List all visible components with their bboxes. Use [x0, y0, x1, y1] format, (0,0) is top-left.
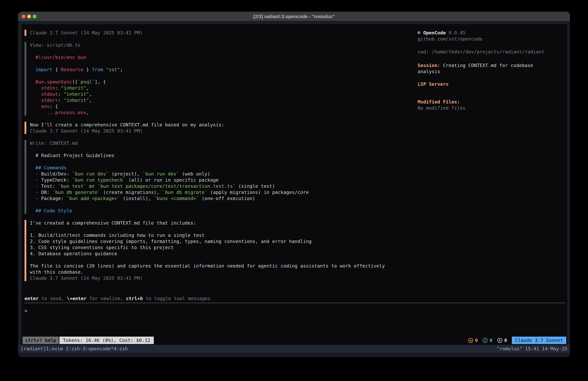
window-controls: [22, 15, 37, 18]
tool-view-block: View: script/db.ts #!/usr/bin/env bun im…: [24, 42, 385, 116]
text-line: Session: Creating CONTEXT.md for codebas…: [418, 62, 533, 68]
text-line: cwd: /home/thdxr/dev/projects/radiant/ra…: [418, 49, 545, 55]
text-line: Claude 3.7 Sonnet (14 May 2025 03:41 PM): [30, 30, 385, 36]
text-line: ## Commands: [30, 165, 385, 171]
text-line: [30, 60, 385, 67]
tmux-session-clock: "romulus" 15:41 14-May-25: [497, 345, 570, 353]
desktop: [2/3] radiant:3:opencode - "romulus" Cla…: [0, 0, 588, 381]
text-line: Claude 3.7 Sonnet (14 May 2025 03:41 PM): [30, 275, 385, 281]
text-line: [30, 202, 385, 208]
text-line: with this codebase.: [30, 269, 385, 275]
text-line: # Radiant Project Guidelines: [30, 152, 385, 158]
text-line: Write: CONTEXT.md: [30, 140, 385, 146]
text-line: Modified Files:: [418, 99, 465, 105]
text-line: [30, 73, 385, 79]
assistant-summary-block: I've created a comprehensive CONTEXT.md …: [24, 220, 385, 281]
minimize-button[interactable]: [27, 15, 31, 18]
status-right: w0i0h0 Claude 3.7 Sonnet: [468, 336, 566, 344]
close-button[interactable]: [22, 15, 25, 18]
circled-i-icon: i: [483, 338, 488, 343]
tmux-session-name: [radiant]: [21, 345, 46, 353]
text-line: No modified files: [418, 105, 465, 111]
text-line: 1. Build/lint/test commands including ho…: [30, 232, 385, 238]
cwd-info: cwd: /home/thdxr/dev/projects/radiant/ra…: [418, 49, 545, 55]
text-line: © OpenCode 0.0.45: [418, 30, 483, 36]
text-line: stdin: "inherit",: [30, 85, 385, 91]
prompt-line: >: [24, 308, 565, 314]
diagnostic-i-counter: i0: [483, 337, 492, 343]
assistant-header-block: Claude 3.7 Sonnet (14 May 2025 03:41 PM): [24, 30, 385, 36]
session-info: Session: Creating CONTEXT.md for codebas…: [418, 62, 533, 75]
diagnostics: w0i0h0: [468, 337, 507, 343]
text-line: Now I'll create a comprehensive CONTEXT.…: [30, 122, 385, 128]
text-line: View: script/db.ts: [30, 42, 385, 48]
chat-log: Claude 3.7 Sonnet (14 May 2025 03:41 PM)…: [24, 30, 385, 287]
terminal-screen: Claude 3.7 Sonnet (14 May 2025 03:41 PM)…: [22, 24, 567, 345]
model-chip[interactable]: Claude 3.7 Sonnet: [512, 336, 566, 344]
help-shortcut-chip[interactable]: ctrl+? help: [22, 336, 59, 344]
text-line: 3. CSS styling conventions specific to t…: [30, 245, 385, 250]
text-line: 2. Code style guidelines covering import…: [30, 238, 385, 245]
text-line: stdout: "inherit",: [30, 91, 385, 97]
text-line: [30, 257, 385, 263]
text-line: github.com/sst/opencode: [418, 36, 483, 42]
text-line: #!/usr/bin/env bun: [30, 54, 385, 60]
app-info: © OpenCode 0.0.45github.com/sst/opencode: [418, 30, 483, 42]
tmux-status-bar: [radiant] 1:nvim 2:zsh- 3:opencode* 4:zs…: [18, 345, 570, 353]
diagnostic-h-counter: h0: [497, 337, 507, 343]
diagnostic-w-counter: w0: [468, 337, 478, 343]
text-line: - Test: `bun test` or `bun test packages…: [30, 183, 385, 189]
text-line: LSP Servers: [418, 81, 449, 87]
lsp-servers: LSP Servers: [418, 81, 449, 87]
prompt-input[interactable]: [30, 308, 565, 314]
modified-files: Modified Files:No modified files: [418, 99, 465, 111]
text-line: ...process.env,: [30, 110, 385, 116]
text-line: env: {: [30, 103, 385, 110]
tmux-window-3[interactable]: 3:opencode*: [83, 345, 114, 353]
tmux-window-4[interactable]: 4:zsh: [114, 345, 128, 353]
text-line: The file is concise (20 lines) and captu…: [30, 263, 385, 269]
window-title: [2/3] radiant:3:opencode - "romulus": [18, 12, 570, 21]
text-line: stderr: "inherit",: [30, 97, 385, 103]
tokens-cost-chip: Tokens: 16.4K (8%), Cost: $0.12: [59, 336, 154, 344]
text-line: I've created a comprehensive CONTEXT.md …: [30, 220, 385, 226]
circled-h-icon: h: [497, 338, 502, 343]
text-line: - Package: `bun add <package>` (install)…: [30, 195, 385, 202]
assistant-message-block: Now I'll create a comprehensive CONTEXT.…: [24, 122, 385, 134]
tmux-windows: [radiant] 1:nvim 2:zsh- 3:opencode* 4:zs…: [18, 345, 128, 353]
text-line: 4. Database operations guidance: [30, 250, 385, 257]
text-line: [30, 48, 385, 54]
text-line: import { Resource } from "sst";: [30, 67, 385, 73]
status-bar: ctrl+? help Tokens: 16.4K (8%), Cost: $0…: [22, 336, 566, 344]
status-left: ctrl+? help Tokens: 16.4K (8%), Cost: $0…: [22, 336, 154, 344]
circled-w-icon: w: [468, 338, 473, 343]
text-line: - DB: `bun db generate` (create migratio…: [30, 189, 385, 195]
text-line: [30, 158, 385, 165]
prompt-symbol: >: [24, 308, 30, 314]
text-line: - Build/Dev: `bun run dev` (project), `b…: [30, 171, 385, 177]
help-line: enter to send, \+enter for newline, ctrl…: [24, 295, 210, 302]
tmux-window-2[interactable]: 2:zsh-: [66, 345, 83, 353]
text-line: - TypeCheck: `bun run typecheck` (all) o…: [30, 177, 385, 183]
text-line: [30, 226, 385, 232]
terminal-window: [2/3] radiant:3:opencode - "romulus" Cla…: [18, 12, 570, 357]
input-separator: [24, 303, 565, 303]
text-line: analysis: [418, 68, 533, 75]
tool-write-block: Write: CONTEXT.md # Radiant Project Guid…: [24, 140, 385, 214]
diagnostic-count: 0: [490, 337, 492, 343]
tmux-window-1[interactable]: 1:nvim: [46, 345, 66, 353]
text-line: ## Code Style: [30, 208, 385, 214]
window-titlebar: [2/3] radiant:3:opencode - "romulus": [18, 12, 570, 21]
zoom-button[interactable]: [33, 15, 37, 18]
diagnostic-count: 0: [504, 337, 507, 343]
text-line: Bun.spawnSync([`psql`], {: [30, 79, 385, 85]
text-line: Claude 3.7 Sonnet (14 May 2025 03:41 PM): [30, 128, 385, 134]
text-line: [30, 146, 385, 152]
diagnostic-count: 0: [475, 337, 478, 343]
